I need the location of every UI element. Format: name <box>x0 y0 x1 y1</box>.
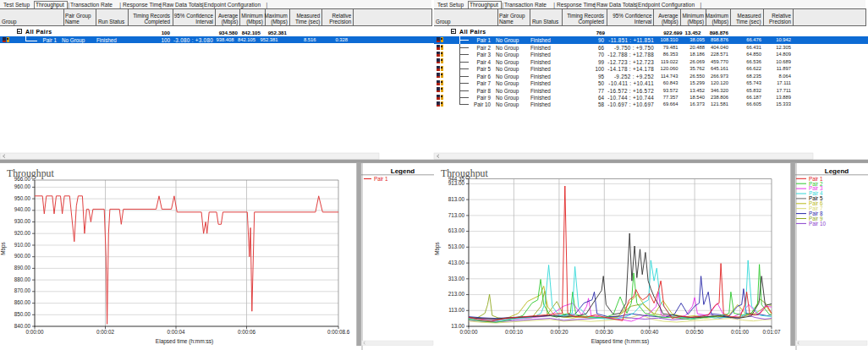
svg-text:930.00: 930.00 <box>14 218 31 224</box>
svg-text:0:00:04: 0:00:04 <box>167 329 185 335</box>
svg-text:910.00: 910.00 <box>14 242 31 248</box>
svg-text:0:00:20: 0:00:20 <box>550 329 569 335</box>
svg-text:860.00: 860.00 <box>14 299 31 305</box>
svg-text:Mbps: Mbps <box>0 242 7 254</box>
svg-text:913.00: 913.00 <box>448 180 465 186</box>
svg-text:0:00:00: 0:00:00 <box>459 329 478 335</box>
svg-text:313.00: 313.00 <box>448 276 465 282</box>
svg-text:Pair 1: Pair 1 <box>374 176 388 182</box>
svg-text:413.00: 413.00 <box>448 260 465 265</box>
svg-text:713.00: 713.00 <box>448 212 465 218</box>
svg-text:870.00: 870.00 <box>14 287 31 293</box>
svg-text:0:00:08.6: 0:00:08.6 <box>327 329 350 335</box>
svg-text:966.00: 966.00 <box>14 176 31 182</box>
svg-text:Legend: Legend <box>391 167 415 175</box>
svg-text:940.00: 940.00 <box>14 206 31 212</box>
svg-text:Elapsed time (h:mm:ss): Elapsed time (h:mm:ss) <box>156 338 213 345</box>
svg-text:513.00: 513.00 <box>448 243 465 249</box>
svg-text:900.00: 900.00 <box>14 253 31 259</box>
svg-text:0:00:10: 0:00:10 <box>505 329 524 335</box>
svg-text:0:00:02: 0:00:02 <box>96 329 115 335</box>
svg-text:950.00: 950.00 <box>14 195 31 201</box>
svg-text:0:01:00: 0:01:00 <box>731 329 750 335</box>
svg-text:0:00:40: 0:00:40 <box>640 329 659 335</box>
svg-text:890.00: 890.00 <box>14 265 31 271</box>
svg-text:Elapsed time (h:mm:ss): Elapsed time (h:mm:ss) <box>591 338 649 345</box>
svg-text:813.00: 813.00 <box>448 196 465 202</box>
svg-text:Legend: Legend <box>825 167 849 175</box>
svg-text:0:01:07: 0:01:07 <box>762 329 781 335</box>
svg-text:113.00: 113.00 <box>448 307 464 313</box>
svg-text:613.00: 613.00 <box>448 227 465 233</box>
svg-text:0:00:00: 0:00:00 <box>25 329 44 335</box>
svg-text:920.00: 920.00 <box>14 230 31 236</box>
svg-text:0:00:30: 0:00:30 <box>596 329 614 335</box>
svg-text:213.00: 213.00 <box>448 291 465 297</box>
svg-text:Pair 10: Pair 10 <box>809 221 826 227</box>
svg-text:Mbps: Mbps <box>434 242 441 254</box>
svg-text:0:00:06: 0:00:06 <box>238 329 256 335</box>
svg-text:880.00: 880.00 <box>14 276 31 282</box>
svg-text:960.00: 960.00 <box>14 183 31 189</box>
svg-text:850.00: 850.00 <box>14 311 31 317</box>
svg-text:0:00:50: 0:00:50 <box>686 329 705 335</box>
